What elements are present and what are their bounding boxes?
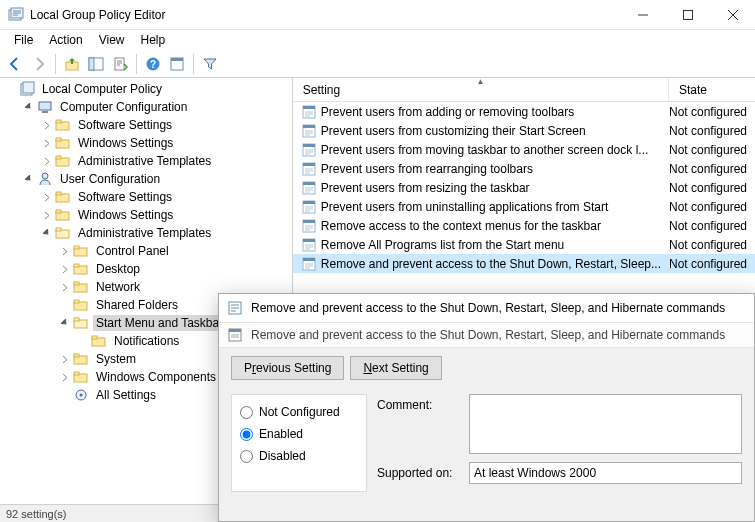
- chevron-right-icon[interactable]: [40, 118, 54, 132]
- close-button[interactable]: [710, 0, 755, 29]
- tree-label: Software Settings: [75, 189, 175, 205]
- list-row[interactable]: Remove access to the context menus for t…: [293, 216, 755, 235]
- svg-rect-23: [56, 192, 61, 195]
- tree-item[interactable]: Desktop: [58, 260, 292, 278]
- tree-label: Computer Configuration: [57, 99, 190, 115]
- show-hide-tree-button[interactable]: [85, 53, 107, 75]
- row-setting: Prevent users from moving taskbar to ano…: [321, 143, 669, 157]
- chevron-right-icon[interactable]: [58, 352, 72, 366]
- tree-item[interactable]: Control Panel: [58, 242, 292, 260]
- menu-file[interactable]: File: [6, 32, 41, 48]
- menu-action[interactable]: Action: [41, 32, 90, 48]
- list-row[interactable]: Prevent users from customizing their Sta…: [293, 121, 755, 140]
- policy-setting-icon: [227, 327, 243, 343]
- export-list-button[interactable]: [109, 53, 131, 75]
- chevron-right-icon[interactable]: [58, 262, 72, 276]
- tree-root[interactable]: Local Computer Policy: [4, 80, 292, 98]
- svg-rect-59: [303, 220, 315, 223]
- tree-label: User Configuration: [57, 171, 163, 187]
- list-row[interactable]: Prevent users from adding or removing to…: [293, 102, 755, 121]
- tree-label: Software Settings: [75, 117, 175, 133]
- next-setting-button[interactable]: Next Setting: [350, 356, 441, 380]
- tree-computer-configuration[interactable]: Computer Configuration: [22, 98, 292, 116]
- row-setting: Prevent users from uninstalling applicat…: [321, 200, 669, 214]
- row-state: Not configured: [669, 162, 755, 176]
- menu-view[interactable]: View: [91, 32, 133, 48]
- row-setting: Prevent users from rearranging toolbars: [321, 162, 669, 176]
- dialog-title-bar[interactable]: Remove and prevent access to the Shut Do…: [219, 294, 754, 322]
- chevron-down-icon[interactable]: [58, 316, 72, 330]
- policy-setting-icon: [301, 161, 317, 177]
- policy-dialog: Remove and prevent access to the Shut Do…: [218, 293, 755, 522]
- chevron-down-icon[interactable]: [22, 172, 36, 186]
- svg-rect-18: [56, 138, 61, 141]
- list-header: Setting ▲ State: [293, 78, 755, 102]
- column-header-state[interactable]: State: [669, 78, 755, 101]
- svg-rect-49: [303, 125, 315, 128]
- tree-administrative-templates[interactable]: Administrative Templates: [40, 224, 292, 242]
- svg-rect-35: [74, 300, 79, 303]
- tree-label: Windows Settings: [75, 135, 176, 151]
- svg-rect-55: [303, 182, 315, 185]
- row-setting: Remove All Programs list from the Start …: [321, 238, 669, 252]
- tree-label: Notifications: [111, 333, 182, 349]
- chevron-right-icon[interactable]: [40, 136, 54, 150]
- svg-rect-16: [56, 120, 61, 123]
- radio-enabled[interactable]: Enabled: [240, 423, 366, 445]
- row-state: Not configured: [669, 238, 755, 252]
- svg-rect-33: [74, 282, 79, 285]
- list-row[interactable]: Remove and prevent access to the Shut Do…: [293, 254, 755, 273]
- list-row[interactable]: Prevent users from uninstalling applicat…: [293, 197, 755, 216]
- svg-rect-66: [229, 329, 241, 332]
- properties-button[interactable]: [166, 53, 188, 75]
- list-row[interactable]: Prevent users from moving taskbar to ano…: [293, 140, 755, 159]
- previous-setting-button[interactable]: Previous Setting: [231, 356, 344, 380]
- tree-user-configuration[interactable]: User Configuration: [22, 170, 292, 188]
- folder-open-icon: [73, 315, 89, 331]
- chevron-down-icon[interactable]: [4, 82, 18, 96]
- tree-item[interactable]: Windows Settings: [40, 206, 292, 224]
- tree-item[interactable]: Windows Settings: [40, 134, 292, 152]
- chevron-right-icon[interactable]: [40, 208, 54, 222]
- filter-button[interactable]: [199, 53, 221, 75]
- chevron-right-icon[interactable]: [58, 280, 72, 294]
- chevron-right-icon[interactable]: [58, 244, 72, 258]
- row-state: Not configured: [669, 143, 755, 157]
- radio-not-configured[interactable]: Not Configured: [240, 401, 366, 423]
- folder-open-icon: [55, 225, 71, 241]
- svg-rect-25: [56, 210, 61, 213]
- list-row[interactable]: Prevent users from resizing the taskbarN…: [293, 178, 755, 197]
- chevron-down-icon[interactable]: [40, 226, 54, 240]
- list-row[interactable]: Prevent users from rearranging toolbarsN…: [293, 159, 755, 178]
- maximize-button[interactable]: [665, 0, 710, 29]
- list-row[interactable]: Remove All Programs list from the Start …: [293, 235, 755, 254]
- row-setting: Prevent users from adding or removing to…: [321, 105, 669, 119]
- up-level-button[interactable]: [61, 53, 83, 75]
- minimize-button[interactable]: [620, 0, 665, 29]
- chevron-right-icon[interactable]: [40, 190, 54, 204]
- settings-icon: [73, 387, 89, 403]
- folder-icon: [91, 333, 107, 349]
- comment-field[interactable]: [469, 394, 742, 454]
- chevron-down-icon[interactable]: [22, 100, 36, 114]
- chevron-right-icon[interactable]: [40, 154, 54, 168]
- tree-label: Shared Folders: [93, 297, 181, 313]
- svg-rect-63: [303, 258, 315, 261]
- menu-help[interactable]: Help: [133, 32, 174, 48]
- help-button[interactable]: ?: [142, 53, 164, 75]
- chevron-right-icon[interactable]: [58, 370, 72, 384]
- svg-rect-27: [56, 228, 61, 231]
- forward-button[interactable]: [28, 53, 50, 75]
- tree-label: Network: [93, 279, 143, 295]
- tree-item[interactable]: Software Settings: [40, 116, 292, 134]
- back-button[interactable]: [4, 53, 26, 75]
- svg-point-45: [80, 394, 83, 397]
- folder-icon: [73, 279, 89, 295]
- menu-bar: File Action View Help: [0, 30, 755, 50]
- tree-item[interactable]: Administrative Templates: [40, 152, 292, 170]
- column-header-setting[interactable]: Setting ▲: [293, 78, 669, 101]
- tree-item[interactable]: Software Settings: [40, 188, 292, 206]
- radio-disabled[interactable]: Disabled: [240, 445, 366, 467]
- tree-label: Windows Components: [93, 369, 219, 385]
- row-setting: Prevent users from customizing their Sta…: [321, 124, 669, 138]
